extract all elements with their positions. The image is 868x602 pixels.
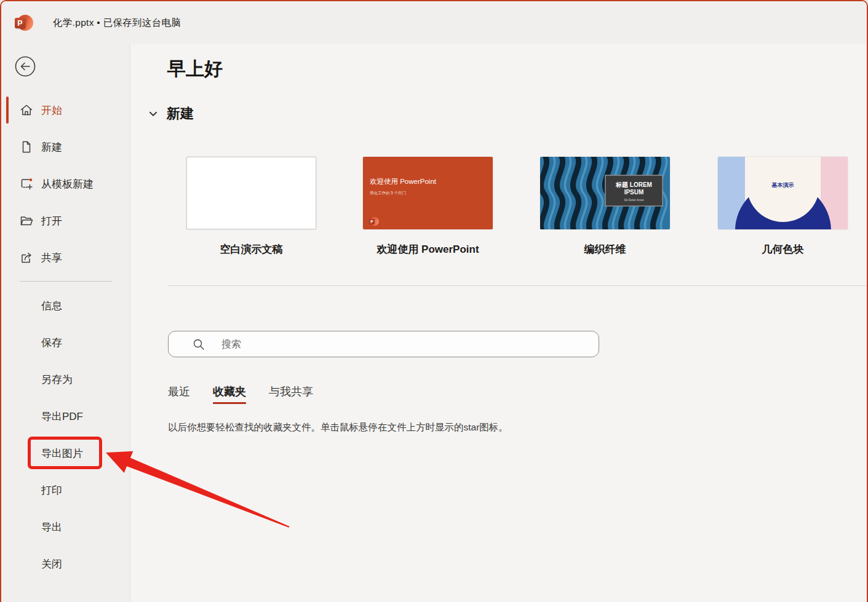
template-thumbnail-welcome: 欢迎使用 PowerPoint 简化工作的 5 个窍门 P bbox=[363, 157, 493, 229]
search-box[interactable] bbox=[168, 331, 599, 357]
sidebar-item-label: 导出图片 bbox=[41, 446, 83, 461]
new-from-template-icon bbox=[19, 176, 34, 191]
sidebar-item-save-as[interactable]: 另存为 bbox=[1, 361, 130, 398]
logo-letter: P bbox=[15, 18, 25, 28]
sidebar-item-label: 从模板新建 bbox=[41, 177, 94, 191]
backstage-main: 早上好 新建 空白演示文稿 欢迎使用 PowerPoint 简化工作的 5 个窍… bbox=[130, 44, 867, 602]
sidebar-item-label: 打印 bbox=[41, 483, 62, 497]
sidebar-item-label: 关闭 bbox=[41, 557, 62, 571]
powerpoint-mini-logo-icon: P bbox=[369, 216, 379, 226]
template-thumbnail-woven-fiber: 标题 LOREM IPSUM Sit Dolor Amet bbox=[540, 157, 670, 229]
sidebar-item-save[interactable]: 保存 bbox=[1, 324, 130, 361]
sidebar-item-new[interactable]: 新建 bbox=[1, 129, 130, 165]
sidebar-item-share[interactable]: 共享 bbox=[1, 239, 130, 276]
thumb-title: 基本演示 bbox=[718, 181, 848, 189]
tab-shared-with-me[interactable]: 与我共享 bbox=[269, 384, 313, 404]
sidebar-item-label: 打开 bbox=[41, 214, 62, 228]
template-card-geometric[interactable]: 基本演示 几何色块 bbox=[718, 157, 848, 256]
sidebar-item-label: 信息 bbox=[41, 299, 62, 313]
search-icon bbox=[192, 338, 205, 351]
sidebar-item-export-images[interactable]: 导出图片 bbox=[1, 435, 130, 472]
share-icon bbox=[19, 250, 34, 265]
thumb-title-line2: IPSUM bbox=[624, 189, 644, 196]
new-section-title: 新建 bbox=[167, 105, 194, 123]
sidebar-bottom-nav: 信息 保存 另存为 导出PDF 导出图片 打印 导出 关闭 bbox=[1, 287, 130, 582]
sidebar-divider bbox=[20, 281, 112, 282]
powerpoint-backstage-window: P 化学.pptx • 已保存到这台电脑 开始 新建 bbox=[0, 0, 868, 602]
template-label: 欢迎使用 PowerPoint bbox=[363, 242, 493, 256]
favorites-hint-text: 以后你想要轻松查找的收藏夹文件。单击鼠标悬停在文件上方时显示的star图标。 bbox=[168, 421, 508, 434]
search-input[interactable] bbox=[205, 331, 599, 357]
tab-label: 与我共享 bbox=[269, 386, 313, 398]
sidebar-item-new-from-template[interactable]: 从模板新建 bbox=[1, 165, 130, 202]
sidebar-item-print[interactable]: 打印 bbox=[1, 472, 130, 509]
template-thumbnail-geometric: 基本演示 bbox=[718, 157, 848, 229]
title-bar: P 化学.pptx • 已保存到这台电脑 bbox=[1, 1, 867, 44]
sidebar-item-label: 保存 bbox=[41, 336, 62, 350]
thumb-title: 欢迎使用 PowerPoint bbox=[370, 177, 436, 186]
sidebar-item-export-pdf[interactable]: 导出PDF bbox=[1, 398, 130, 435]
active-indicator bbox=[6, 97, 9, 124]
template-card-welcome[interactable]: 欢迎使用 PowerPoint 简化工作的 5 个窍门 P 欢迎使用 Power… bbox=[363, 157, 493, 256]
tab-label: 收藏夹 bbox=[213, 386, 246, 398]
document-title: 化学.pptx • 已保存到这台电脑 bbox=[53, 1, 181, 44]
template-label: 编织纤维 bbox=[540, 242, 670, 256]
sidebar-item-home[interactable]: 开始 bbox=[1, 92, 130, 129]
back-arrow-icon bbox=[15, 56, 36, 77]
open-folder-icon bbox=[19, 213, 34, 228]
template-label: 几何色块 bbox=[718, 242, 848, 256]
template-label: 空白演示文稿 bbox=[186, 242, 316, 256]
active-tab-underline bbox=[213, 402, 246, 404]
sidebar-item-export[interactable]: 导出 bbox=[1, 509, 130, 545]
sidebar-item-close[interactable]: 关闭 bbox=[1, 545, 130, 582]
woven-fiber-art: 标题 LOREM IPSUM Sit Dolor Amet bbox=[540, 157, 670, 229]
sidebar-item-label: 共享 bbox=[41, 251, 62, 265]
greeting-heading: 早上好 bbox=[167, 57, 223, 82]
sidebar-item-info[interactable]: 信息 bbox=[1, 287, 130, 324]
sidebar-top-nav: 开始 新建 从模板新建 bbox=[1, 92, 130, 276]
chevron-down-icon[interactable] bbox=[148, 108, 159, 119]
thumb-subtitle: 简化工作的 5 个窍门 bbox=[370, 191, 406, 196]
logo-letter: P bbox=[369, 219, 375, 224]
powerpoint-logo-icon: P bbox=[15, 14, 33, 32]
template-card-blank[interactable]: 空白演示文稿 bbox=[186, 157, 316, 256]
content-divider bbox=[167, 285, 867, 286]
sidebar-item-open[interactable]: 打开 bbox=[1, 202, 130, 239]
sidebar-item-label: 另存为 bbox=[41, 373, 73, 387]
file-list-tabs: 最近 收藏夹 与我共享 bbox=[168, 384, 313, 404]
tab-label: 最近 bbox=[168, 386, 190, 398]
sidebar-item-label: 导出PDF bbox=[41, 410, 83, 424]
back-button[interactable] bbox=[15, 56, 36, 77]
home-icon bbox=[19, 103, 34, 117]
thumb-title-line1: 标题 LOREM bbox=[615, 181, 652, 188]
backstage-sidebar: 开始 新建 从模板新建 bbox=[1, 44, 130, 602]
tab-favorites[interactable]: 收藏夹 bbox=[213, 384, 246, 404]
new-document-icon bbox=[19, 140, 34, 154]
new-section-header: 新建 bbox=[148, 105, 194, 123]
template-card-woven-fiber[interactable]: 标题 LOREM IPSUM Sit Dolor Amet 编织纤维 bbox=[540, 157, 670, 256]
thumb-subtitle: Sit Dolor Amet bbox=[624, 198, 645, 202]
sidebar-item-label: 开始 bbox=[41, 103, 62, 117]
sidebar-item-label: 新建 bbox=[41, 140, 62, 154]
sidebar-item-label: 导出 bbox=[41, 520, 62, 534]
tab-recent[interactable]: 最近 bbox=[168, 384, 190, 404]
template-thumbnail-blank bbox=[186, 157, 316, 229]
